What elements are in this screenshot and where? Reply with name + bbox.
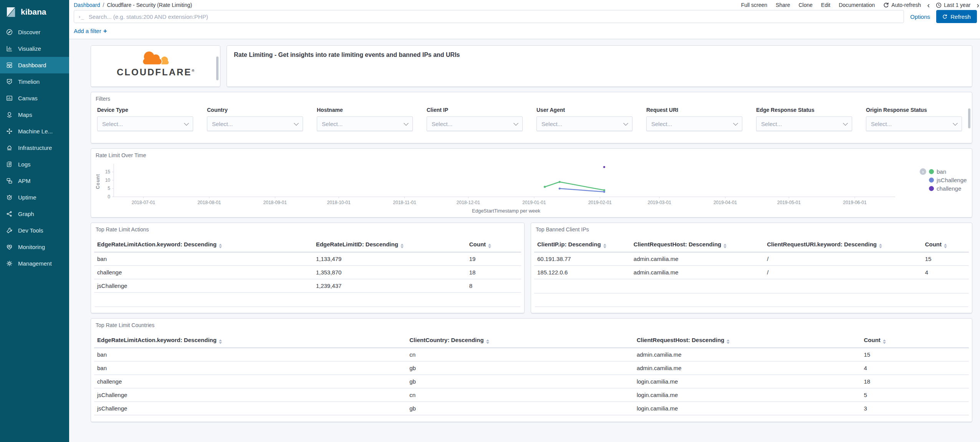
full-screen-button[interactable]: Full screen [741,2,767,8]
monitoring-icon [6,243,13,251]
sidebar-item-visualize[interactable]: Visualize [0,40,69,57]
sidebar-item-canvas[interactable]: Canvas [0,90,69,106]
kibana-logo[interactable]: kibana [0,0,69,24]
sidebar-item-monitoring[interactable]: Monitoring [0,239,69,255]
table-row: bangbadmin.camilia.me4 [94,361,969,375]
table-cell: 8 [466,279,521,292]
chart-area: 0510152018-07-012018-08-012018-09-012018… [93,158,920,214]
sidebar-item-discover[interactable]: Discover [0,24,69,40]
visualize-icon [6,45,13,52]
sidebar-item-uptime[interactable]: Uptime [0,189,69,206]
scrollbar-thumb[interactable] [216,56,219,80]
table-cell: 1,239,437 [313,279,466,292]
y-axis-title: Count [95,174,101,189]
refresh-button[interactable]: Refresh [936,10,977,23]
filter-select-client-ip[interactable]: Select... [427,116,523,131]
table-cell: cn [406,388,634,402]
sidebar-item-machine-learning[interactable]: Machine Le... [0,123,69,140]
filter-select-user-agent[interactable]: Select... [536,116,632,131]
auto-refresh-button[interactable]: Auto-refresh [883,2,921,8]
x-tick-label: 2018-07-01 [132,200,156,205]
dashboard-description: Rate Limiting - Get insights into rate l… [234,52,460,58]
column-header[interactable]: EdgeRateLimitAction.keyword: Descending [94,237,313,252]
legend-item-ban[interactable]: ›ban [920,168,970,175]
sidebar-item-logs[interactable]: Logs [0,156,69,173]
clone-button[interactable]: Clone [798,2,813,8]
sidebar-item-apm[interactable]: APM [0,173,69,189]
legend-item-jsChallenge[interactable]: jsChallenge [920,177,970,183]
column-header[interactable]: Count [861,333,969,348]
select-placeholder: Select... [432,121,452,127]
time-range-button[interactable]: Last 1 year [936,2,970,8]
documentation-button[interactable]: Documentation [839,2,875,8]
filter-select-device-type[interactable]: Select... [97,116,193,131]
column-header[interactable]: EdgeRateLimitAction.keyword: Descending [94,333,406,348]
column-header[interactable]: EdgeRateLimitID: Descending [313,237,466,252]
clock-icon [936,2,942,8]
sidebar-item-infrastructure[interactable]: Infrastructure [0,140,69,156]
top-menu: Full screenShareCloneEditDocumentationAu… [741,2,977,8]
column-header[interactable]: ClientRequestURI.keyword: Descending [764,237,922,252]
sidebar-item-label: Machine Le... [18,128,53,135]
filter-select-request-uri[interactable]: Select... [646,116,742,131]
sidebar-item-label: Uptime [18,194,36,201]
refresh-icon [942,14,947,19]
x-tick-label: 2019-03-01 [647,200,671,205]
column-header[interactable]: ClientRequestHost: Descending [631,237,764,252]
sidebar-item-dev-tools[interactable]: Dev Tools [0,222,69,239]
table-cell: / [764,266,922,279]
top-bar: Dashboard / Cloudflare - Security (Rate … [69,0,980,8]
sidebar-item-dashboard[interactable]: Dashboard [0,57,69,73]
sidebar-item-timelion[interactable]: Timelion [0,73,69,90]
table-cell: admin.camilia.me [634,348,861,361]
sidebar-item-label: Dashboard [18,62,46,68]
options-link[interactable]: Options [910,13,930,20]
edit-button[interactable]: Edit [821,2,830,8]
add-filter-button[interactable]: Add a filter + [74,28,107,34]
column-header[interactable]: ClientCountry: Descending [406,333,634,348]
sidebar-item-management[interactable]: Management [0,255,69,272]
panel-title: Filters [91,92,972,102]
sidebar-item-label: Visualize [18,45,41,52]
table-header-row: EdgeRateLimitAction.keyword: DescendingE… [94,237,521,252]
table-cell: 4 [861,361,969,375]
uptime-icon [6,194,13,201]
legend-item-challenge[interactable]: challenge [920,185,970,192]
search-input[interactable] [88,13,900,20]
cloudflare-logo-panel: CLOUDFLARE® [91,45,220,87]
add-filter-label: Add a filter [74,28,101,34]
table-cell: 18 [861,375,969,388]
column-header[interactable]: Count [466,237,521,252]
scrollbar-thumb[interactable] [968,108,970,128]
chevron-down-icon [733,121,738,126]
filter-select-origin-response-status[interactable]: Select... [866,116,962,131]
filters-grid: Device TypeSelect...CountrySelect...Host… [91,102,972,131]
filter-select-country[interactable]: Select... [207,116,303,131]
column-header-label: ClientRequestURI.keyword: Descending [767,241,877,248]
top-banned-client-ips-panel: Top Banned Client IPs ClientIP.ip: Desce… [531,223,972,313]
sidebar-item-graph[interactable]: Graph [0,206,69,222]
legend-collapse-icon[interactable]: › [920,168,926,175]
time-next-button[interactable]: › [977,2,979,8]
share-button[interactable]: Share [776,2,790,8]
column-header[interactable]: Count [922,237,969,252]
legend-swatch [929,169,934,174]
timelion-icon [6,78,13,85]
time-prev-button[interactable]: ‹ [927,2,930,8]
dashboard-row-1: CLOUDFLARE® Rate Limiting - Get insights… [91,45,972,87]
filter-select-hostname[interactable]: Select... [317,116,413,131]
column-header[interactable]: ClientRequestHost: Descending [634,333,861,348]
table-row: bancnadmin.camilia.me15 [94,348,969,361]
breadcrumb-dashboard-link[interactable]: Dashboard [74,2,100,8]
filter-select-edge-response-status[interactable]: Select... [756,116,852,131]
rate-limit-actions-table: EdgeRateLimitAction.keyword: DescendingE… [94,237,521,293]
sidebar-item-maps[interactable]: Maps [0,106,69,123]
filter-field-edge-response-status: Edge Response StatusSelect... [756,107,852,131]
filter-label: Hostname [317,107,413,113]
sidebar-item-label: Canvas [18,95,38,101]
column-header[interactable]: ClientIP.ip: Descending [534,237,631,252]
x-tick-label: 2019-01-01 [522,200,546,205]
table-row: jsChallenge1,239,4378 [94,279,521,292]
column-header-label: ClientRequestHost: Descending [634,241,721,248]
filters-panel: Filters Device TypeSelect...CountrySelec… [91,92,972,143]
